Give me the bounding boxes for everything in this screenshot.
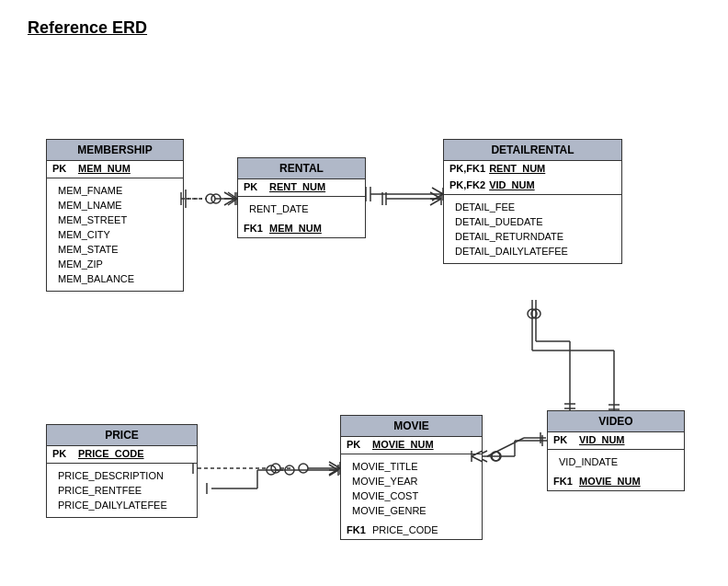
movie-attr-3: MOVIE_COST bbox=[352, 488, 427, 503]
price-attr-3: PRICE_DAILYLATEFEE bbox=[58, 498, 167, 512]
price-attr-group: PRICE_DESCRIPTION PRICE_RENTFEE PRICE_DA… bbox=[52, 465, 173, 515]
movie-pk-row: PK MOVIE_NUM bbox=[341, 437, 482, 454]
movie-attr-2: MOVIE_YEAR bbox=[352, 474, 427, 488]
detailrental-attr-1: DETAIL_FEE bbox=[455, 200, 568, 214]
detailrental-attr-3: DETAIL_RETURNDATE bbox=[455, 229, 568, 244]
rental-pk-attr: RENT_NUM bbox=[269, 181, 325, 192]
detailrental-pk2-attr: VID_NUM bbox=[489, 179, 535, 190]
price-header: PRICE bbox=[47, 425, 197, 446]
rental-fk-row: FK1 MEM_NUM bbox=[238, 221, 365, 237]
price-pk-row: PK PRICE_CODE bbox=[47, 446, 197, 463]
video-pk-attr: VID_NUM bbox=[579, 434, 625, 445]
svg-line-10 bbox=[430, 192, 441, 199]
detailrental-pk2-row: PK,FK2 VID_NUM bbox=[444, 178, 621, 194]
movie-fk-row: FK1 PRICE_CODE bbox=[341, 523, 482, 539]
svg-point-17 bbox=[531, 309, 540, 318]
svg-point-66 bbox=[271, 464, 280, 473]
price-body: PK PRICE_CODE PRICE_DESCRIPTION PRICE_RE… bbox=[47, 446, 197, 517]
membership-attrs: MEM_FNAME MEM_LNAME MEM_STREET MEM_CITY … bbox=[47, 178, 183, 291]
membership-attr-2: MEM_LNAME bbox=[58, 198, 134, 213]
detailrental-pk1-row: PK,FK1 RENT_NUM bbox=[444, 161, 621, 178]
svg-line-43 bbox=[228, 199, 237, 205]
rental-body: PK RENT_NUM RENT_DATE FK1 MEM_NUM bbox=[238, 179, 365, 237]
movie-body: PK MOVIE_NUM MOVIE_TITLE MOVIE_YEAR MOVI… bbox=[341, 437, 482, 539]
movie-attrs-row: MOVIE_TITLE MOVIE_YEAR MOVIE_COST MOVIE_… bbox=[341, 454, 482, 523]
page-title: Reference ERD bbox=[28, 18, 700, 38]
svg-point-2 bbox=[211, 194, 221, 203]
erd-canvas: MEMBERSHIP PK MEM_NUM MEM_FNAME MEM_LNAM… bbox=[28, 56, 708, 571]
video-body: PK VID_NUM VID_INDATE FK1 MOVIE_NUM bbox=[548, 432, 684, 490]
membership-header: MEMBERSHIP bbox=[47, 140, 183, 161]
price-attr-2: PRICE_RENTFEE bbox=[58, 483, 167, 498]
svg-line-71 bbox=[329, 468, 340, 475]
svg-line-42 bbox=[228, 192, 237, 199]
svg-line-34 bbox=[329, 470, 338, 476]
video-header: VIDEO bbox=[548, 411, 684, 432]
rental-pk-label: PK bbox=[244, 181, 269, 192]
svg-line-4 bbox=[224, 199, 235, 205]
svg-point-54 bbox=[528, 309, 537, 318]
membership-body: PK MEM_NUM MEM_FNAME MEM_LNAME MEM_STREE… bbox=[47, 161, 183, 291]
video-entity: VIDEO PK VID_NUM VID_INDATE FK1 MOVIE_NU… bbox=[547, 410, 685, 491]
video-attr-group: VID_INDATE bbox=[553, 452, 623, 472]
detailrental-body: PK,FK1 RENT_NUM PK,FK2 VID_NUM DETAIL_FE… bbox=[444, 161, 621, 263]
rental-pk-row: PK RENT_NUM bbox=[238, 179, 365, 196]
svg-point-30 bbox=[267, 465, 276, 475]
detailrental-entity: DETAILRENTAL PK,FK1 RENT_NUM PK,FK2 VID_… bbox=[443, 139, 622, 264]
rental-fk-label: FK1 bbox=[244, 223, 269, 234]
price-pk-attr: PRICE_CODE bbox=[78, 448, 144, 459]
svg-line-3 bbox=[224, 192, 235, 199]
movie-pk-attr: MOVIE_NUM bbox=[372, 439, 434, 450]
movie-attr-group: MOVIE_TITLE MOVIE_YEAR MOVIE_COST MOVIE_… bbox=[347, 456, 432, 521]
svg-line-21 bbox=[487, 438, 524, 456]
page-container: Reference ERD bbox=[0, 0, 728, 586]
movie-entity: MOVIE PK MOVIE_NUM MOVIE_TITLE MOVIE_YEA… bbox=[340, 415, 483, 540]
svg-line-11 bbox=[430, 199, 441, 205]
price-attr-1: PRICE_DESCRIPTION bbox=[58, 468, 167, 483]
detailrental-header: DETAILRENTAL bbox=[444, 140, 621, 161]
svg-line-49 bbox=[432, 194, 443, 201]
membership-attr-3: MEM_STREET bbox=[58, 213, 134, 227]
svg-point-68 bbox=[299, 464, 308, 473]
membership-attr-6: MEM_ZIP bbox=[58, 257, 134, 271]
detailrental-pk1-attr: RENT_NUM bbox=[489, 163, 545, 174]
membership-attr-5: MEM_STATE bbox=[58, 242, 134, 257]
detailrental-pk2-label: PK,FK2 bbox=[449, 179, 489, 190]
membership-attr-4: MEM_CITY bbox=[58, 227, 134, 242]
svg-line-70 bbox=[329, 462, 340, 468]
svg-line-33 bbox=[329, 465, 338, 470]
detailrental-attr-4: DETAIL_DAILYLATEFEE bbox=[455, 244, 568, 259]
svg-line-48 bbox=[432, 188, 443, 194]
rental-fk-attr: MEM_NUM bbox=[269, 223, 322, 234]
svg-point-61 bbox=[491, 452, 500, 461]
video-fk-row: FK1 MOVIE_NUM bbox=[548, 474, 684, 490]
movie-fk-attr: PRICE_CODE bbox=[372, 524, 438, 535]
membership-attr-1: MEM_FNAME bbox=[58, 183, 134, 198]
movie-fk-label: FK1 bbox=[347, 524, 372, 535]
movie-attr-1: MOVIE_TITLE bbox=[352, 459, 427, 474]
movie-attr-4: MOVIE_GENRE bbox=[352, 503, 427, 518]
video-attr-1: VID_INDATE bbox=[559, 454, 618, 469]
membership-pk-row: PK MEM_NUM bbox=[47, 161, 183, 178]
rental-entity: RENTAL PK RENT_NUM RENT_DATE FK1 MEM_NUM bbox=[237, 157, 366, 238]
svg-point-32 bbox=[285, 465, 294, 475]
membership-attr-group: MEM_FNAME MEM_LNAME MEM_STREET MEM_CITY … bbox=[52, 180, 140, 289]
membership-entity: MEMBERSHIP PK MEM_NUM MEM_FNAME MEM_LNAM… bbox=[46, 139, 184, 292]
membership-pk-attr: MEM_NUM bbox=[78, 163, 131, 174]
svg-point-40 bbox=[206, 194, 215, 203]
detailrental-pk1-label: PK,FK1 bbox=[449, 163, 489, 174]
detailrental-attr-2: DETAIL_DUEDATE bbox=[455, 214, 568, 229]
rental-header: RENTAL bbox=[238, 158, 365, 179]
video-attrs-row: VID_INDATE bbox=[548, 449, 684, 474]
detailrental-attr-group: DETAIL_FEE DETAIL_DUEDATE DETAIL_RETURND… bbox=[449, 197, 574, 261]
price-attrs-row: PRICE_DESCRIPTION PRICE_RENTFEE PRICE_DA… bbox=[47, 463, 197, 517]
rental-attr-rent-date: RENT_DATE bbox=[249, 201, 309, 216]
price-entity: PRICE PK PRICE_CODE PRICE_DESCRIPTION PR… bbox=[46, 424, 198, 518]
video-pk-row: PK VID_NUM bbox=[548, 432, 684, 449]
detailrental-attrs-row: DETAIL_FEE DETAIL_DUEDATE DETAIL_RETURND… bbox=[444, 194, 621, 263]
membership-attr-7: MEM_BALANCE bbox=[58, 271, 134, 286]
rental-attrs-row: RENT_DATE bbox=[238, 196, 365, 221]
video-pk-label: PK bbox=[553, 434, 579, 445]
video-fk-label: FK1 bbox=[553, 476, 579, 487]
movie-header: MOVIE bbox=[341, 416, 482, 437]
